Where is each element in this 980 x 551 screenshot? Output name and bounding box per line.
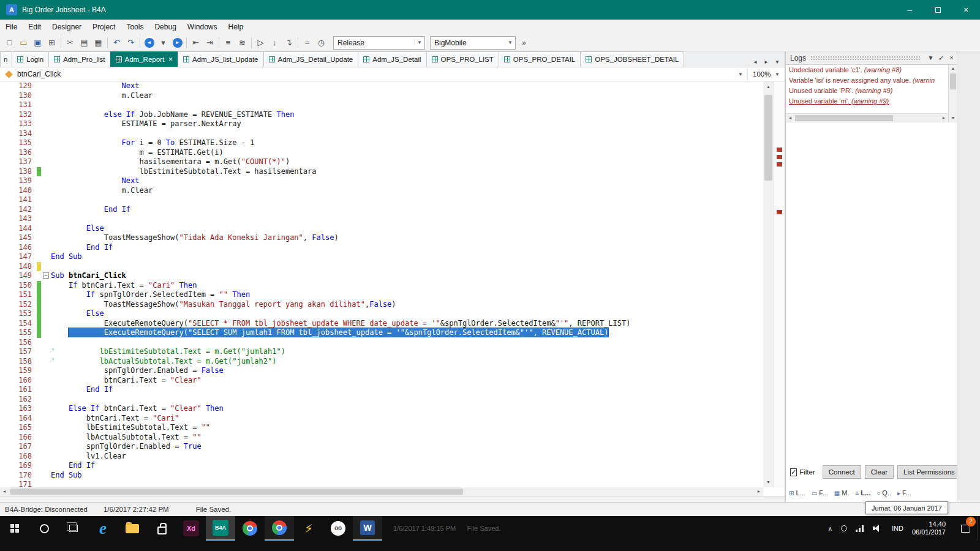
code-line[interactable]: 153 Else <box>0 309 763 319</box>
back-history-icon[interactable]: ▾ <box>156 36 170 50</box>
code-line[interactable]: 160 btnCari.Text = "Clear" <box>0 376 763 386</box>
save-icon[interactable]: ▣ <box>31 36 45 50</box>
edge-icon[interactable]: e <box>88 516 118 541</box>
task-view-button[interactable] <box>59 516 88 541</box>
code-line[interactable]: 141 <box>0 195 763 205</box>
scroll-down-icon[interactable]: ▼ <box>949 114 957 122</box>
panel-grip[interactable] <box>810 56 921 61</box>
menu-help[interactable]: Help <box>223 20 249 34</box>
code-line[interactable]: 151 If spnTglOrder.SelectedItem = "" The… <box>0 290 763 300</box>
log-warning[interactable]: Variable 'isi' is never assigned any val… <box>786 75 948 86</box>
scrollbar-thumb[interactable] <box>10 489 463 495</box>
code-line[interactable]: 130 m.Clear <box>0 91 763 101</box>
code-line[interactable]: 152 ToastMessageShow("Masukan Tanggal re… <box>0 300 763 310</box>
code-line[interactable]: 133 ESTIMATE = parser.NextArray <box>0 119 763 129</box>
dock-find[interactable]: ▸F... <box>897 489 911 497</box>
adobe-xd-icon[interactable]: Xd <box>176 516 206 541</box>
editor-horizontal-scrollbar[interactable]: ◄ ► <box>0 487 763 496</box>
code-line[interactable]: 168 lv1.Clear <box>0 452 763 462</box>
run-icon[interactable]: ▷ <box>254 36 268 50</box>
tab-list-dropdown-icon[interactable]: ▼ <box>772 57 782 67</box>
cut-icon[interactable]: ✂ <box>63 36 77 50</box>
step-over-icon[interactable]: ↴ <box>282 36 296 50</box>
minimize-button[interactable]: – <box>895 0 924 20</box>
scrollbar-thumb[interactable] <box>764 95 772 181</box>
code-line[interactable]: 138 lbEstimiteSubtotal.Text = hasilsemen… <box>0 167 763 177</box>
tab-adm_js_detail[interactable]: Adm_JS_Detail <box>358 51 426 67</box>
dock-files[interactable]: ▭F... <box>812 489 828 497</box>
code-line[interactable]: 155 ExecuteRemoteQuery("SELECT SUM jumla… <box>0 328 763 338</box>
code-line[interactable]: 171 <box>0 480 763 487</box>
filter-checkbox[interactable]: ✓ <box>790 468 797 476</box>
member-selector[interactable]: btnCari_Click ▼ <box>0 68 748 81</box>
b4a-app-icon[interactable]: B4A <box>206 516 235 541</box>
code-line[interactable]: 136 m = ESTIMATE.Get(i) <box>0 148 763 158</box>
navigate-back-icon[interactable]: ◄ <box>142 36 156 50</box>
code-line[interactable]: 156 <box>0 338 763 348</box>
action-center-button[interactable]: 2 <box>953 516 978 541</box>
code-line[interactable]: 144 Else <box>0 224 763 234</box>
code-line[interactable]: 145 ToastMessageShow("Tidak Ada Koneksi … <box>0 233 763 243</box>
file-explorer-icon[interactable] <box>118 516 147 541</box>
code-line[interactable]: 131 <box>0 100 763 110</box>
language-indicator[interactable]: IND <box>892 525 903 532</box>
scroll-up-icon[interactable]: ▲ <box>763 81 774 92</box>
code-line[interactable]: 169 End If <box>0 461 763 471</box>
store-icon[interactable] <box>147 516 176 541</box>
code-line[interactable]: 149−Sub btnCari_Click <box>0 271 763 281</box>
scroll-down-icon[interactable]: ▼ <box>763 477 774 487</box>
save-all-icon[interactable]: ⊞ <box>45 36 59 50</box>
code-line[interactable]: 159 spnTglOrder.Enabled = False <box>0 366 763 376</box>
menu-project[interactable]: Project <box>87 20 121 34</box>
menu-edit[interactable]: Edit <box>23 20 47 34</box>
code-line[interactable]: 154 ExecuteRemoteQuery("SELECT * FROM tb… <box>0 319 763 329</box>
tray-expand-icon[interactable]: ∧ <box>828 525 832 532</box>
menu-designer[interactable]: Designer <box>47 20 87 34</box>
redo-icon[interactable]: ↷ <box>124 36 138 50</box>
target-device-select[interactable]: BigMobile ▼ <box>430 36 516 50</box>
scroll-left-icon[interactable]: ◄ <box>786 114 794 122</box>
dock-modules[interactable]: ▦M. <box>834 489 850 497</box>
code-line[interactable]: 170End Sub <box>0 471 763 481</box>
scroll-right-icon[interactable]: ► <box>755 487 763 496</box>
step-into-icon[interactable]: ↓ <box>268 36 282 50</box>
scrollbar-thumb[interactable] <box>795 115 893 121</box>
uncomment-icon[interactable]: ≋ <box>235 36 249 50</box>
code-line[interactable]: 147End Sub <box>0 252 763 262</box>
log-warning[interactable]: Unused variable 'PR'. (warning #9) <box>786 86 948 96</box>
connect-button[interactable]: Connect <box>823 465 861 479</box>
tray-app-icon[interactable] <box>841 525 847 531</box>
code-line[interactable]: 166 lbActualSubtotal.Text = "" <box>0 433 763 443</box>
maximize-button[interactable] <box>924 0 952 20</box>
code-line[interactable]: 143 <box>0 214 763 224</box>
code-line[interactable]: 162 <box>0 395 763 405</box>
network-icon[interactable] <box>856 525 864 532</box>
code-line[interactable]: 135 For i = 0 To ESTIMATE.Size - 1 <box>0 138 763 148</box>
list-permissions-button[interactable]: List Permissions <box>897 465 961 479</box>
logs-panel-header[interactable]: Logs ▼ ⊸ × <box>786 51 957 65</box>
log-warning[interactable]: Undeclared variable 'c1'. (warning #8) <box>786 65 948 75</box>
tab-ops_jobsheet_detail[interactable]: OPS_JOBSHEET_DETAIL <box>580 51 684 67</box>
show-desktop-button[interactable] <box>978 516 980 541</box>
volume-icon[interactable] <box>873 525 881 532</box>
new-file-icon[interactable]: □ <box>2 36 17 50</box>
lightning-app-icon[interactable]: ⚡ <box>294 516 323 541</box>
tab-close-icon[interactable]: × <box>168 56 173 62</box>
oo-app-icon[interactable]: oo <box>323 516 353 541</box>
menu-file[interactable]: File <box>0 20 23 34</box>
code-line[interactable]: 132 else If Job.JobName = REVENUE_ESTIMA… <box>0 110 763 120</box>
start-button[interactable] <box>0 516 29 541</box>
code-editor[interactable]: 129 Next130 m.Clear131132 else If Job.Jo… <box>0 81 763 487</box>
tab-partial[interactable]: n <box>0 51 12 67</box>
chrome-icon[interactable] <box>235 516 265 541</box>
menu-tools[interactable]: Tools <box>121 20 149 34</box>
search-button[interactable] <box>29 516 59 541</box>
code-line[interactable]: 150 If btnCari.Text = "Cari" Then <box>0 281 763 291</box>
code-line[interactable]: 164 btnCari.Text = "Cari" <box>0 414 763 424</box>
code-line[interactable]: 167 spnTglOrder.Enabled = True <box>0 442 763 452</box>
scrollbar-thumb[interactable] <box>950 73 956 89</box>
code-line[interactable]: 157' lbEstimiteSubtotal.Text = m.Get("ju… <box>0 347 763 357</box>
tab-ops_pro_detail[interactable]: OPS_PRO_DETAIL <box>499 51 581 67</box>
word-icon[interactable]: W <box>353 516 382 541</box>
scroll-left-icon[interactable]: ◄ <box>0 487 9 496</box>
